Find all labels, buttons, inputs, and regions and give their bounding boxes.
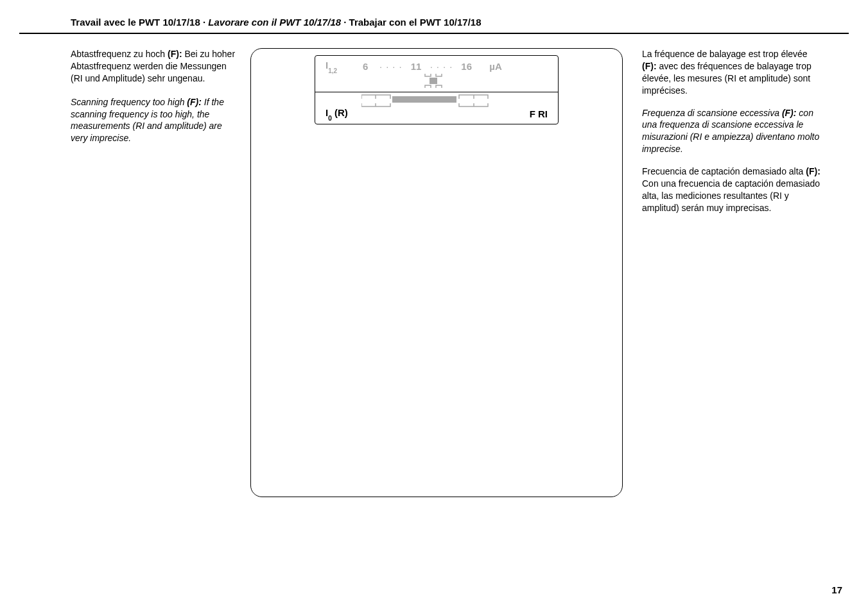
bottom-scale-icon <box>361 94 503 106</box>
text-block-it: Frequenza di scansione eccessiva (F): co… <box>642 107 822 156</box>
scale-value-11: 11 <box>411 61 425 72</box>
it-text-bold: (F): <box>782 108 797 118</box>
scale-value-16: 16 <box>461 61 475 72</box>
en-text-pre: Scanning frequency too high <box>71 97 187 107</box>
en-text-bold: (F): <box>187 97 202 107</box>
page-number: 17 <box>831 584 842 595</box>
text-block-fr: La fréquence de balayage est trop élevée… <box>642 48 822 97</box>
text-block-es: Frecuencia de captación demasiado alta (… <box>642 166 822 214</box>
label-i0r: I0 (R) <box>326 107 348 120</box>
de-text-bold: (F): <box>168 49 182 59</box>
text-block-de: Abtastfrequenz zu hoch (F): Bei zu hoher… <box>71 48 238 85</box>
display-top-row: I1,2 6 ···· 11 ···· 16 µA <box>326 60 548 72</box>
fr-text-post: avec des fréquences de balayage trop éle… <box>642 61 812 96</box>
es-text-pre: Frecuencia de captación demasiado alta <box>642 166 806 176</box>
unit-microamp: µA <box>489 61 501 72</box>
page-header: Travail avec le PWT 10/17/18 · Lavorare … <box>19 17 849 34</box>
svg-rect-2 <box>392 96 456 103</box>
it-text-pre: Frequenza di scansione eccessiva <box>642 108 782 118</box>
label-i12: I1,2 <box>326 60 356 72</box>
display-bottom-row: I0 (R) F RI <box>326 107 548 120</box>
svg-rect-0 <box>430 78 437 84</box>
header-text-es: · Trabajar con el PWT 10/17/18 <box>341 17 481 28</box>
scale-dots-1: ···· <box>379 61 406 72</box>
scale-dots-2: ···· <box>430 61 456 72</box>
fr-text-bold: (F): <box>642 61 657 71</box>
right-column: La fréquence de balayage est trop élevée… <box>642 48 822 497</box>
es-text-bold: (F): <box>806 166 820 176</box>
display-scale-row <box>326 94 548 107</box>
top-marker-icon <box>422 74 548 88</box>
header-text-fr: Travail avec le PWT 10/17/18 · <box>71 17 208 28</box>
device-display: I1,2 6 ···· 11 ···· 16 µA <box>315 55 559 124</box>
text-block-en: Scanning frequency too high (F): If the … <box>71 96 238 145</box>
header-text-it: Lavorare con il PWT 10/17/18 <box>208 17 341 28</box>
es-text-post: Con una frecuencia de captación demasiad… <box>642 178 820 213</box>
label-fri: F RI <box>530 108 548 119</box>
scale-value-6: 6 <box>363 61 374 72</box>
fr-text-pre: La fréquence de balayage est trop élevée <box>642 49 808 59</box>
display-divider <box>315 92 558 92</box>
device-outline: I1,2 6 ···· 11 ···· 16 µA <box>250 48 623 497</box>
left-column: Abtastfrequenz zu hoch (F): Bei zu hoher… <box>71 48 238 497</box>
de-text-pre: Abtastfrequenz zu hoch <box>71 49 168 59</box>
center-column: I1,2 6 ···· 11 ···· 16 µA <box>250 48 623 497</box>
